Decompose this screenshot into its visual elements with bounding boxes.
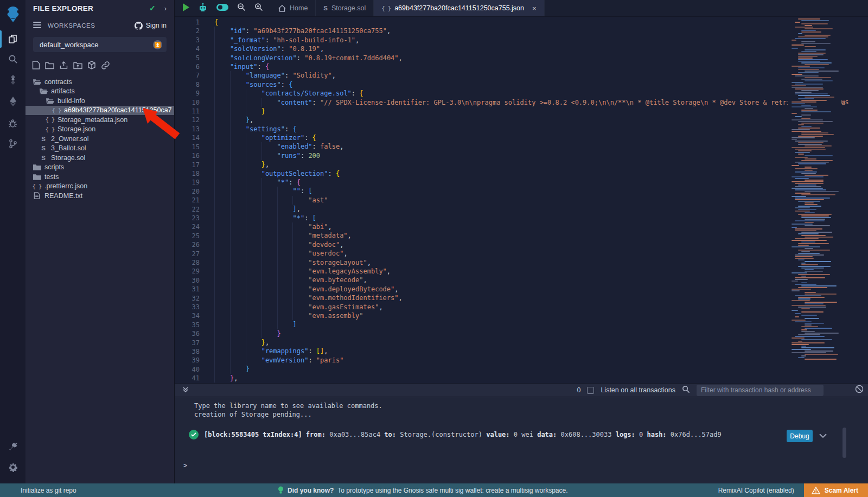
debug-button[interactable]: Debug	[787, 430, 813, 442]
hamburger-menu-icon[interactable]	[33, 21, 41, 30]
code-line-39[interactable]: "evmVersion": "paris"	[214, 356, 868, 365]
code-line-1[interactable]: {	[214, 18, 868, 27]
code-line-10[interactable]: "content": "// SPDX-License-Identifier: …	[214, 98, 868, 107]
token-k: "runs"	[277, 152, 301, 160]
new-folder-icon[interactable]	[45, 61, 54, 72]
remix-logo-icon[interactable]	[0, 4, 25, 24]
debugger-icon[interactable]	[0, 114, 25, 132]
code-line-24[interactable]: "abi",	[214, 222, 868, 231]
plugin-manager-icon[interactable]	[0, 437, 25, 456]
code-line-18[interactable]: "outputSelection": {	[214, 169, 868, 178]
code-line-11[interactable]: }	[214, 107, 868, 116]
init-git-repo-button[interactable]: Initialize as git repo	[21, 487, 76, 494]
tree-item-build-info[interactable]: build-info	[25, 96, 174, 106]
expand-transaction-icon[interactable]	[819, 432, 827, 441]
code-line-6[interactable]: "input": {	[214, 62, 868, 71]
zoom-in-icon[interactable]	[254, 3, 263, 14]
code-line-17[interactable]: },	[214, 160, 868, 169]
code-line-37[interactable]: },	[214, 338, 868, 347]
upload-folder-icon[interactable]	[73, 61, 82, 72]
tree-item--prettierrc-json[interactable]: { }.prettierrc.json	[25, 182, 174, 192]
remixai-robot-button[interactable]	[198, 3, 208, 14]
tab-storage-sol[interactable]: SStorage.sol	[316, 0, 374, 16]
code-line-23[interactable]: "*": [	[214, 214, 868, 222]
code-line-33[interactable]: "evm.gasEstimates",	[214, 303, 868, 311]
code-line-27[interactable]: "userdoc",	[214, 249, 868, 258]
file-explorer-icon[interactable]	[0, 30, 25, 48]
code-line-26[interactable]: "devdoc",	[214, 240, 868, 249]
code-line-3[interactable]: "_format": "hh-sol-build-info-1",	[214, 36, 868, 44]
code-line-40[interactable]: }	[214, 365, 868, 373]
tree-item-storage-sol[interactable]: SStorage.sol	[25, 153, 174, 163]
tab-home[interactable]: Home	[271, 0, 316, 16]
chevron-right-icon[interactable]: ›	[164, 4, 167, 12]
listen-checkbox[interactable]	[587, 387, 594, 394]
minimap-line	[792, 103, 805, 104]
token-s: "evm.gasEstimates"	[308, 303, 379, 311]
clear-console-icon[interactable]	[855, 385, 864, 396]
code-line-12[interactable]: },	[214, 116, 868, 124]
code-line-7[interactable]: "language": "Solidity",	[214, 71, 868, 80]
minimap-line	[792, 349, 811, 350]
code-line-9[interactable]: "contracts/Storage.sol": {	[214, 89, 868, 98]
search-icon[interactable]	[0, 50, 25, 68]
tree-item-3-ballot-sol[interactable]: S3_Ballot.sol	[25, 144, 174, 154]
upload-file-icon[interactable]	[59, 61, 68, 72]
code-line-35[interactable]: ]	[214, 320, 868, 329]
tree-item-tests[interactable]: tests	[25, 172, 174, 182]
minimap-line	[798, 121, 833, 122]
tab-a69b43f277ba20fcac141151250ca755-json[interactable]: { }a69b43f277ba20fcac141151250ca755.json…	[374, 0, 544, 16]
code-line-15[interactable]: "enabled": false,	[214, 142, 868, 151]
code-line-19[interactable]: "*": {	[214, 178, 868, 187]
transaction-filter-input[interactable]	[697, 385, 824, 396]
code-line-30[interactable]: "evm.bytecode",	[214, 276, 868, 284]
new-file-icon[interactable]	[32, 61, 40, 72]
code-line-22[interactable]: ],	[214, 205, 868, 213]
tree-item-scripts[interactable]: scripts	[25, 163, 174, 173]
terminal-scrollbar[interactable]	[843, 428, 846, 458]
code-editor[interactable]: 1234567891011121314151617181920212223242…	[175, 17, 868, 383]
github-sign-in-button[interactable]: Sign in	[135, 22, 167, 30]
minimap[interactable]	[788, 17, 839, 383]
code-line-31[interactable]: "evm.deployedBytecode",	[214, 285, 868, 294]
settings-gear-icon[interactable]	[0, 458, 25, 476]
code-line-20[interactable]: "": [	[214, 187, 868, 195]
tree-item-artifacts[interactable]: artifacts	[25, 87, 174, 97]
scam-alert-button[interactable]: Scam Alert	[804, 483, 868, 497]
code-line-28[interactable]: "storageLayout",	[214, 258, 868, 267]
solidity-compiler-icon[interactable]	[0, 71, 25, 89]
code-line-4[interactable]: "solcVersion": "0.8.19",	[214, 44, 868, 53]
editor-toggle[interactable]	[216, 3, 228, 13]
code-line-38[interactable]: "remappings": [],	[214, 347, 868, 355]
code-line-41[interactable]: },	[214, 374, 868, 383]
run-script-play-button[interactable]	[182, 3, 189, 14]
cube-icon[interactable]	[87, 61, 96, 72]
link-icon[interactable]	[101, 61, 110, 72]
tree-item-readme-txt[interactable]: README.txt	[25, 191, 174, 201]
transaction-row[interactable]: [block:5583405 txIndex:4] from: 0xa03...…	[189, 430, 722, 439]
git-icon[interactable]	[0, 135, 25, 153]
code-line-32[interactable]: "evm.methodIdentifiers",	[214, 294, 868, 302]
code-line-14[interactable]: "optimizer": {	[214, 133, 868, 142]
code-line-8[interactable]: "sources": {	[214, 80, 868, 89]
code-line-36[interactable]: }	[214, 329, 868, 338]
line-number: 23	[175, 214, 205, 222]
tree-item-contracts[interactable]: contracts	[25, 77, 174, 87]
code-line-16[interactable]: "runs": 200	[214, 151, 868, 160]
tab-close-icon[interactable]: ×	[532, 4, 537, 12]
workspace-select[interactable]: default_workspace ⏫	[33, 37, 167, 52]
minimap-line	[801, 311, 824, 313]
terminal-prompt[interactable]: >	[183, 461, 187, 470]
code-line-13[interactable]: "settings": {	[214, 125, 868, 133]
code-line-21[interactable]: "ast"	[214, 196, 868, 205]
code-line-34[interactable]: "evm.assembly"	[214, 311, 868, 320]
deploy-and-run-icon[interactable]	[0, 92, 25, 111]
code-line-25[interactable]: "metadata",	[214, 231, 868, 240]
code-line-29[interactable]: "evm.legacyAssembly",	[214, 267, 868, 276]
copilot-status[interactable]: RemixAI Copilot (enabled)	[718, 487, 794, 494]
terminal[interactable]: Type the library name to see available c…	[175, 397, 868, 483]
zoom-out-icon[interactable]	[237, 3, 246, 14]
code-line-5[interactable]: "solcLongVersion": "0.8.19+commit.7dd6d4…	[214, 54, 868, 62]
code-line-2[interactable]: "id": "a69b43f277ba20fcac141151250ca755"…	[214, 27, 868, 35]
collapse-terminal-icon[interactable]	[182, 385, 189, 395]
